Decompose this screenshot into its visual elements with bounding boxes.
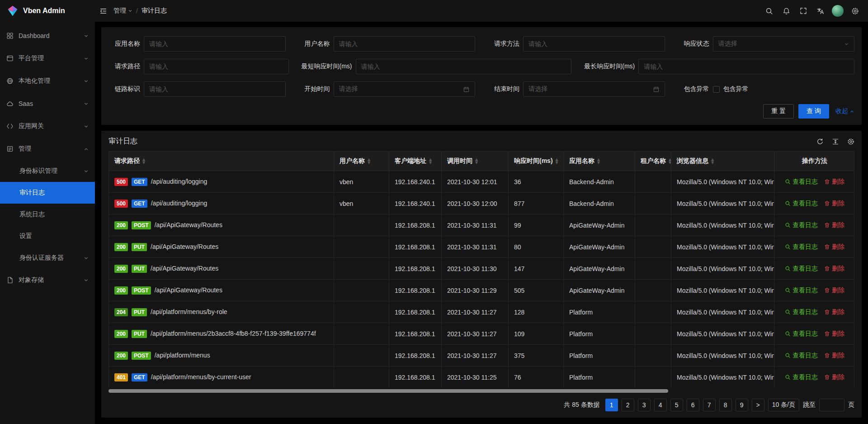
column-header-actions: 操作方法 bbox=[774, 152, 854, 171]
collapse-link[interactable]: 收起 bbox=[835, 107, 854, 115]
request-path-text: /api/platform/menus/by-current-user bbox=[151, 374, 251, 381]
has-exception-checkbox[interactable] bbox=[713, 86, 720, 93]
horizontal-scrollbar[interactable] bbox=[108, 389, 854, 393]
translate-icon[interactable] bbox=[815, 5, 826, 17]
request-path-text: /api/platform/menus/2b3accf8-4fb8-f257-f… bbox=[151, 330, 316, 338]
sort-icon[interactable]: ▲▼ bbox=[556, 158, 558, 164]
sidebar-item-label: 应用网关 bbox=[19, 122, 84, 130]
delete-button[interactable]: 删除 bbox=[824, 352, 844, 360]
trace-id-input[interactable] bbox=[144, 81, 286, 97]
page-size-select[interactable]: 10 条/页 bbox=[768, 399, 799, 411]
sidebar-subitem-auth-server[interactable]: 身份认证服务器 bbox=[0, 247, 95, 269]
app-name-input[interactable] bbox=[144, 36, 286, 52]
sidebar-subitem-system-log[interactable]: 系统日志 bbox=[0, 204, 95, 225]
column-header-user-name[interactable]: 用户名称▲▼ bbox=[334, 152, 389, 171]
end-time-picker[interactable]: 请选择 bbox=[523, 81, 665, 97]
column-header-tenant-name[interactable]: 租户名称▲▼ bbox=[635, 152, 671, 171]
scrollbar-thumb[interactable] bbox=[108, 389, 668, 393]
sidebar-subitem-audit-log[interactable]: 审计日志 bbox=[0, 182, 95, 204]
cell-user-name: vben bbox=[334, 171, 389, 193]
delete-button[interactable]: 删除 bbox=[824, 243, 844, 251]
delete-button[interactable]: 删除 bbox=[824, 221, 844, 229]
date-placeholder: 请选择 bbox=[528, 85, 547, 93]
chevron-down-icon bbox=[84, 256, 89, 261]
sidebar-item-platform-management[interactable]: 平台管理 bbox=[0, 47, 95, 70]
delete-button[interactable]: 删除 bbox=[824, 373, 844, 381]
sidebar-item-management[interactable]: 管理 bbox=[0, 138, 95, 160]
sidebar-item-saas[interactable]: Saas bbox=[0, 92, 95, 115]
column-settings-icon[interactable] bbox=[847, 138, 854, 145]
sort-icon[interactable]: ▲▼ bbox=[142, 158, 145, 164]
search-icon[interactable] bbox=[764, 5, 775, 17]
page-jump-input[interactable] bbox=[819, 399, 844, 411]
cell-tenant-name bbox=[635, 323, 671, 345]
avatar[interactable] bbox=[832, 5, 844, 17]
sort-icon[interactable]: ▲▼ bbox=[711, 158, 714, 164]
next-page-button[interactable]: > bbox=[752, 399, 764, 411]
column-header-response-time[interactable]: 响应时间(ms)▲▼ bbox=[509, 152, 564, 171]
column-header-client-address[interactable]: 客户端地址▲▼ bbox=[389, 152, 442, 171]
view-log-button[interactable]: 查看日志 bbox=[785, 178, 818, 186]
sidebar-subitem-label: 审计日志 bbox=[19, 189, 89, 197]
settings-gear-icon[interactable] bbox=[849, 5, 861, 17]
sort-icon[interactable]: ▲▼ bbox=[475, 158, 478, 164]
page-button-2[interactable]: 2 bbox=[622, 399, 634, 411]
row-height-icon[interactable] bbox=[832, 138, 839, 145]
search-button[interactable]: 查 询 bbox=[798, 104, 829, 119]
user-name-input[interactable] bbox=[334, 36, 476, 52]
page-button-4[interactable]: 4 bbox=[654, 399, 667, 411]
pagination-total: 共 85 条数据 bbox=[564, 401, 599, 409]
view-log-button[interactable]: 查看日志 bbox=[785, 221, 818, 229]
request-path-input[interactable] bbox=[144, 59, 289, 74]
view-log-button[interactable]: 查看日志 bbox=[785, 330, 818, 338]
breadcrumb-item-parent[interactable]: 管理 bbox=[113, 7, 132, 15]
status-badge: 204 bbox=[114, 308, 128, 316]
sidebar-subitem-settings[interactable]: 设置 bbox=[0, 225, 95, 247]
delete-button[interactable]: 删除 bbox=[824, 330, 844, 338]
view-log-button[interactable]: 查看日志 bbox=[785, 265, 818, 273]
page-button-1[interactable]: 1 bbox=[605, 399, 618, 411]
page-button-9[interactable]: 9 bbox=[736, 399, 748, 411]
page-button-3[interactable]: 3 bbox=[638, 399, 651, 411]
sidebar-item-dashboard[interactable]: Dashboard bbox=[0, 24, 95, 47]
http-status-select[interactable]: 请选择 bbox=[713, 36, 855, 52]
view-log-button[interactable]: 查看日志 bbox=[785, 352, 818, 360]
bell-icon[interactable] bbox=[781, 5, 792, 17]
filter-field-min-response-time: 最短响应时间(ms) bbox=[302, 59, 572, 74]
sidebar-subitem-identity-management[interactable]: 身份标识管理 bbox=[0, 160, 95, 182]
view-log-button[interactable]: 查看日志 bbox=[785, 200, 818, 208]
min-response-time-input[interactable] bbox=[356, 59, 572, 74]
refresh-icon[interactable] bbox=[816, 138, 824, 145]
view-log-button[interactable]: 查看日志 bbox=[785, 308, 818, 316]
http-method-input[interactable] bbox=[523, 36, 665, 52]
view-log-button[interactable]: 查看日志 bbox=[785, 286, 818, 295]
sort-icon[interactable]: ▲▼ bbox=[368, 158, 370, 164]
column-header-call-time[interactable]: 调用时间▲▼ bbox=[442, 152, 509, 171]
view-log-button[interactable]: 查看日志 bbox=[785, 373, 818, 381]
delete-button[interactable]: 删除 bbox=[824, 286, 844, 295]
max-response-time-input[interactable] bbox=[638, 59, 854, 74]
delete-button[interactable]: 删除 bbox=[824, 308, 844, 316]
delete-button[interactable]: 删除 bbox=[824, 200, 844, 208]
view-log-button[interactable]: 查看日志 bbox=[785, 243, 818, 251]
logo[interactable]: Vben Admin bbox=[0, 0, 95, 22]
page-button-7[interactable]: 7 bbox=[703, 399, 716, 411]
delete-button[interactable]: 删除 bbox=[824, 265, 844, 273]
fullscreen-icon[interactable] bbox=[798, 5, 809, 16]
page-button-6[interactable]: 6 bbox=[687, 399, 699, 411]
reset-button[interactable]: 重 置 bbox=[763, 104, 794, 119]
sidebar-item-app-gateway[interactable]: 应用网关 bbox=[0, 115, 95, 138]
page-button-5[interactable]: 5 bbox=[670, 399, 683, 411]
column-header-app-name[interactable]: 应用名称▲▼ bbox=[564, 152, 635, 171]
menu-fold-icon[interactable] bbox=[98, 5, 109, 17]
column-header-browser-info[interactable]: 浏览器信息▲▼ bbox=[671, 152, 774, 171]
sort-icon[interactable]: ▲▼ bbox=[429, 158, 432, 164]
start-time-picker[interactable]: 请选择 bbox=[334, 81, 476, 97]
filter-actions: 重 置 查 询 收起 bbox=[108, 104, 854, 119]
sidebar-item-localization-management[interactable]: 本地化管理 bbox=[0, 70, 95, 92]
sort-icon[interactable]: ▲▼ bbox=[597, 158, 600, 164]
column-header-request-path[interactable]: 请求路径▲▼ bbox=[109, 152, 334, 171]
delete-button[interactable]: 删除 bbox=[824, 178, 844, 186]
page-button-8[interactable]: 8 bbox=[719, 399, 732, 411]
sidebar-item-object-storage[interactable]: 对象存储 bbox=[0, 269, 95, 291]
